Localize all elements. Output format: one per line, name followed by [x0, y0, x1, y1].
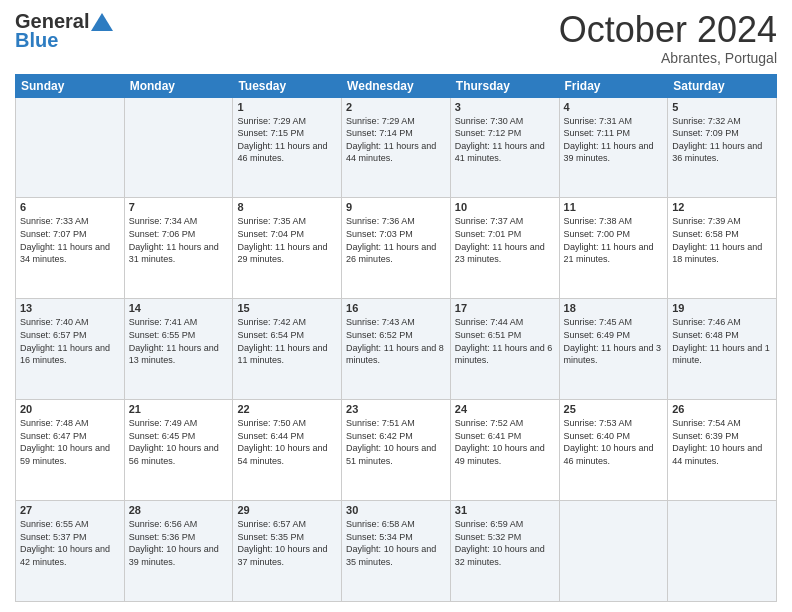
calendar-cell [16, 97, 125, 198]
day-number: 25 [564, 403, 664, 415]
calendar-cell: 17 Sunrise: 7:44 AMSunset: 6:51 PMDaylig… [450, 299, 559, 400]
day-number: 13 [20, 302, 120, 314]
calendar-cell: 8 Sunrise: 7:35 AMSunset: 7:04 PMDayligh… [233, 198, 342, 299]
calendar-cell [124, 97, 233, 198]
calendar-cell: 1 Sunrise: 7:29 AMSunset: 7:15 PMDayligh… [233, 97, 342, 198]
day-info: Sunrise: 7:46 AMSunset: 6:48 PMDaylight:… [672, 316, 772, 366]
day-info: Sunrise: 7:50 AMSunset: 6:44 PMDaylight:… [237, 417, 337, 467]
calendar-cell: 30 Sunrise: 6:58 AMSunset: 5:34 PMDaylig… [342, 501, 451, 602]
day-number: 19 [672, 302, 772, 314]
day-info: Sunrise: 7:36 AMSunset: 7:03 PMDaylight:… [346, 215, 446, 265]
calendar-cell [668, 501, 777, 602]
calendar-cell: 4 Sunrise: 7:31 AMSunset: 7:11 PMDayligh… [559, 97, 668, 198]
day-info: Sunrise: 7:32 AMSunset: 7:09 PMDaylight:… [672, 115, 772, 165]
day-info: Sunrise: 7:30 AMSunset: 7:12 PMDaylight:… [455, 115, 555, 165]
day-number: 18 [564, 302, 664, 314]
calendar-cell: 6 Sunrise: 7:33 AMSunset: 7:07 PMDayligh… [16, 198, 125, 299]
header-monday: Monday [124, 74, 233, 97]
day-number: 11 [564, 201, 664, 213]
day-info: Sunrise: 7:35 AMSunset: 7:04 PMDaylight:… [237, 215, 337, 265]
week-row-4: 20 Sunrise: 7:48 AMSunset: 6:47 PMDaylig… [16, 400, 777, 501]
week-row-3: 13 Sunrise: 7:40 AMSunset: 6:57 PMDaylig… [16, 299, 777, 400]
day-number: 31 [455, 504, 555, 516]
day-number: 15 [237, 302, 337, 314]
day-info: Sunrise: 7:31 AMSunset: 7:11 PMDaylight:… [564, 115, 664, 165]
calendar-cell: 28 Sunrise: 6:56 AMSunset: 5:36 PMDaylig… [124, 501, 233, 602]
day-number: 26 [672, 403, 772, 415]
calendar-cell: 24 Sunrise: 7:52 AMSunset: 6:41 PMDaylig… [450, 400, 559, 501]
day-info: Sunrise: 7:48 AMSunset: 6:47 PMDaylight:… [20, 417, 120, 467]
header-wednesday: Wednesday [342, 74, 451, 97]
day-info: Sunrise: 7:29 AMSunset: 7:15 PMDaylight:… [237, 115, 337, 165]
day-info: Sunrise: 7:41 AMSunset: 6:55 PMDaylight:… [129, 316, 229, 366]
calendar-cell: 22 Sunrise: 7:50 AMSunset: 6:44 PMDaylig… [233, 400, 342, 501]
day-number: 6 [20, 201, 120, 213]
calendar-cell [559, 501, 668, 602]
day-number: 14 [129, 302, 229, 314]
day-number: 17 [455, 302, 555, 314]
week-row-5: 27 Sunrise: 6:55 AMSunset: 5:37 PMDaylig… [16, 501, 777, 602]
calendar-cell: 14 Sunrise: 7:41 AMSunset: 6:55 PMDaylig… [124, 299, 233, 400]
day-info: Sunrise: 7:45 AMSunset: 6:49 PMDaylight:… [564, 316, 664, 366]
day-info: Sunrise: 7:29 AMSunset: 7:14 PMDaylight:… [346, 115, 446, 165]
day-info: Sunrise: 6:59 AMSunset: 5:32 PMDaylight:… [455, 518, 555, 568]
day-number: 1 [237, 101, 337, 113]
calendar-cell: 5 Sunrise: 7:32 AMSunset: 7:09 PMDayligh… [668, 97, 777, 198]
calendar-cell: 11 Sunrise: 7:38 AMSunset: 7:00 PMDaylig… [559, 198, 668, 299]
day-info: Sunrise: 7:43 AMSunset: 6:52 PMDaylight:… [346, 316, 446, 366]
calendar-cell: 27 Sunrise: 6:55 AMSunset: 5:37 PMDaylig… [16, 501, 125, 602]
calendar-cell: 21 Sunrise: 7:49 AMSunset: 6:45 PMDaylig… [124, 400, 233, 501]
day-number: 29 [237, 504, 337, 516]
calendar-cell: 18 Sunrise: 7:45 AMSunset: 6:49 PMDaylig… [559, 299, 668, 400]
day-info: Sunrise: 7:42 AMSunset: 6:54 PMDaylight:… [237, 316, 337, 366]
day-number: 20 [20, 403, 120, 415]
day-info: Sunrise: 7:34 AMSunset: 7:06 PMDaylight:… [129, 215, 229, 265]
calendar-cell: 29 Sunrise: 6:57 AMSunset: 5:35 PMDaylig… [233, 501, 342, 602]
day-info: Sunrise: 6:58 AMSunset: 5:34 PMDaylight:… [346, 518, 446, 568]
logo-icon [91, 13, 113, 31]
calendar-cell: 19 Sunrise: 7:46 AMSunset: 6:48 PMDaylig… [668, 299, 777, 400]
day-info: Sunrise: 7:44 AMSunset: 6:51 PMDaylight:… [455, 316, 555, 366]
day-info: Sunrise: 6:55 AMSunset: 5:37 PMDaylight:… [20, 518, 120, 568]
day-number: 9 [346, 201, 446, 213]
calendar-cell: 10 Sunrise: 7:37 AMSunset: 7:01 PMDaylig… [450, 198, 559, 299]
day-number: 10 [455, 201, 555, 213]
day-info: Sunrise: 6:57 AMSunset: 5:35 PMDaylight:… [237, 518, 337, 568]
calendar-cell: 2 Sunrise: 7:29 AMSunset: 7:14 PMDayligh… [342, 97, 451, 198]
day-number: 28 [129, 504, 229, 516]
calendar: SundayMondayTuesdayWednesdayThursdayFrid… [15, 74, 777, 602]
month-title: October 2024 [559, 10, 777, 50]
day-info: Sunrise: 7:38 AMSunset: 7:00 PMDaylight:… [564, 215, 664, 265]
day-number: 27 [20, 504, 120, 516]
header-friday: Friday [559, 74, 668, 97]
calendar-cell: 12 Sunrise: 7:39 AMSunset: 6:58 PMDaylig… [668, 198, 777, 299]
title-section: October 2024 Abrantes, Portugal [559, 10, 777, 66]
header-saturday: Saturday [668, 74, 777, 97]
day-number: 3 [455, 101, 555, 113]
logo: General Blue [15, 10, 113, 52]
day-info: Sunrise: 7:53 AMSunset: 6:40 PMDaylight:… [564, 417, 664, 467]
day-number: 4 [564, 101, 664, 113]
calendar-cell: 26 Sunrise: 7:54 AMSunset: 6:39 PMDaylig… [668, 400, 777, 501]
day-number: 24 [455, 403, 555, 415]
day-info: Sunrise: 6:56 AMSunset: 5:36 PMDaylight:… [129, 518, 229, 568]
calendar-cell: 31 Sunrise: 6:59 AMSunset: 5:32 PMDaylig… [450, 501, 559, 602]
page: General Blue October 2024 Abrantes, Port… [0, 0, 792, 612]
calendar-cell: 7 Sunrise: 7:34 AMSunset: 7:06 PMDayligh… [124, 198, 233, 299]
location-subtitle: Abrantes, Portugal [559, 50, 777, 66]
day-info: Sunrise: 7:37 AMSunset: 7:01 PMDaylight:… [455, 215, 555, 265]
calendar-cell: 20 Sunrise: 7:48 AMSunset: 6:47 PMDaylig… [16, 400, 125, 501]
day-info: Sunrise: 7:33 AMSunset: 7:07 PMDaylight:… [20, 215, 120, 265]
week-row-2: 6 Sunrise: 7:33 AMSunset: 7:07 PMDayligh… [16, 198, 777, 299]
calendar-cell: 23 Sunrise: 7:51 AMSunset: 6:42 PMDaylig… [342, 400, 451, 501]
day-info: Sunrise: 7:40 AMSunset: 6:57 PMDaylight:… [20, 316, 120, 366]
day-number: 2 [346, 101, 446, 113]
day-number: 21 [129, 403, 229, 415]
day-number: 8 [237, 201, 337, 213]
day-number: 16 [346, 302, 446, 314]
day-number: 30 [346, 504, 446, 516]
calendar-cell: 13 Sunrise: 7:40 AMSunset: 6:57 PMDaylig… [16, 299, 125, 400]
day-number: 5 [672, 101, 772, 113]
day-info: Sunrise: 7:52 AMSunset: 6:41 PMDaylight:… [455, 417, 555, 467]
day-info: Sunrise: 7:51 AMSunset: 6:42 PMDaylight:… [346, 417, 446, 467]
